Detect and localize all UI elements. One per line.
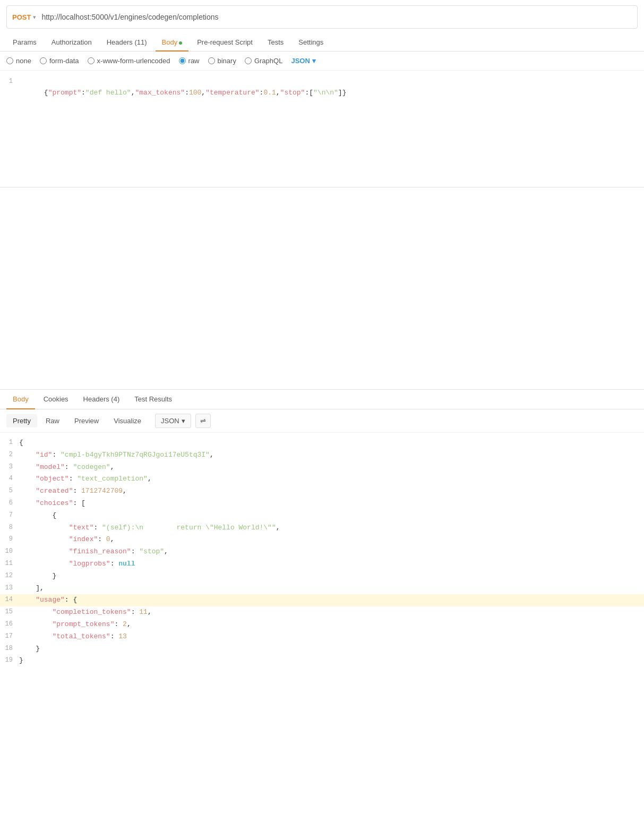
resp-line-1: 1 { <box>0 437 644 449</box>
tab-body[interactable]: Body <box>156 34 189 52</box>
tab-tests[interactable]: Tests <box>261 34 290 52</box>
body-type-none[interactable]: none <box>6 57 31 65</box>
request-body-editor[interactable]: 1 {"prompt":"def hello","max_tokens":100… <box>0 71 644 187</box>
request-tabs: Params Authorization Headers (11) Body P… <box>0 34 644 52</box>
resp-line-14: 14 "usage": { <box>0 594 644 606</box>
body-type-form-data[interactable]: form-data <box>40 57 79 65</box>
chevron-down-icon: ▾ <box>312 57 316 65</box>
resp-line-8: 8 "text": "(self):\n return \"Hello Worl… <box>0 522 644 534</box>
view-preview-button[interactable]: Preview <box>68 414 105 427</box>
resp-line-10: 10 "finish_reason": "stop", <box>0 546 644 558</box>
resp-tab-headers[interactable]: Headers (4) <box>77 390 126 409</box>
resp-line-17: 17 "total_tokens": 13 <box>0 631 644 643</box>
resp-line-7: 7 { <box>0 510 644 522</box>
wrap-lines-button[interactable]: ⇌ <box>195 414 211 428</box>
resp-line-16: 16 "prompt_tokens": 2, <box>0 619 644 631</box>
resp-tab-test-results[interactable]: Test Results <box>128 390 178 409</box>
response-tabs: Body Cookies Headers (4) Test Results <box>0 390 644 409</box>
resp-tab-body[interactable]: Body <box>6 390 35 409</box>
tab-headers[interactable]: Headers (11) <box>100 34 153 52</box>
resp-tab-cookies[interactable]: Cookies <box>37 390 75 409</box>
resp-line-6: 6 "choices": [ <box>0 498 644 510</box>
wrap-icon: ⇌ <box>200 417 206 425</box>
body-type-selector: none form-data x-www-form-urlencoded raw… <box>0 52 644 71</box>
response-section: Body Cookies Headers (4) Test Results Pr… <box>0 389 644 671</box>
chevron-down-icon: ▾ <box>182 417 185 425</box>
resp-line-4: 4 "object": "text_completion", <box>0 473 644 485</box>
tab-authorization[interactable]: Authorization <box>45 34 98 52</box>
tab-params[interactable]: Params <box>6 34 43 52</box>
body-type-graphql[interactable]: GraphQL <box>245 57 282 65</box>
resp-line-18: 18 } <box>0 643 644 655</box>
url-bar: POST ▾ http://localhost:5000/v1/engines/… <box>6 5 638 29</box>
tab-settings[interactable]: Settings <box>292 34 330 52</box>
view-pretty-button[interactable]: Pretty <box>6 414 37 427</box>
view-visualize-button[interactable]: Visualize <box>107 414 148 427</box>
json-format-selector[interactable]: JSON ▾ <box>291 57 315 65</box>
editor-empty-space <box>0 187 644 389</box>
resp-line-11: 11 "logprobs": null <box>0 558 644 570</box>
body-type-raw[interactable]: raw <box>179 57 200 65</box>
resp-line-15: 15 "completion_tokens": 11, <box>0 606 644 619</box>
resp-line-5: 5 "created": 1712742709, <box>0 485 644 498</box>
http-method[interactable]: POST <box>12 13 31 21</box>
tab-pre-request-script[interactable]: Pre-request Script <box>191 34 259 52</box>
view-raw-button[interactable]: Raw <box>39 414 66 427</box>
resp-line-13: 13 ], <box>0 583 644 595</box>
body-dot-indicator <box>179 41 182 45</box>
resp-line-19: 19 } <box>0 655 644 667</box>
body-type-binary[interactable]: binary <box>208 57 236 65</box>
body-type-urlencoded[interactable]: x-www-form-urlencoded <box>88 57 170 65</box>
response-view-controls: Pretty Raw Preview Visualize JSON ▾ ⇌ <box>0 409 644 433</box>
resp-line-12: 12 } <box>0 570 644 583</box>
request-body-line-1[interactable]: {"prompt":"def hello","max_tokens":100,"… <box>19 76 346 109</box>
response-body-viewer: 1 { 2 "id": "cmpl-b4gyTkh9PTNz7qRGJgoi17… <box>0 433 644 671</box>
resp-line-2: 2 "id": "cmpl-b4gyTkh9PTNz7qRGJgoi17eU5t… <box>0 449 644 461</box>
resp-line-9: 9 "index": 0, <box>0 534 644 546</box>
resp-line-3: 3 "model": "codegen", <box>0 461 644 474</box>
method-dropdown-icon[interactable]: ▾ <box>33 14 36 21</box>
line-number-1: 1 <box>0 76 19 87</box>
url-input[interactable]: http://localhost:5000/v1/engines/codegen… <box>41 13 632 21</box>
response-format-selector[interactable]: JSON ▾ <box>155 414 191 428</box>
